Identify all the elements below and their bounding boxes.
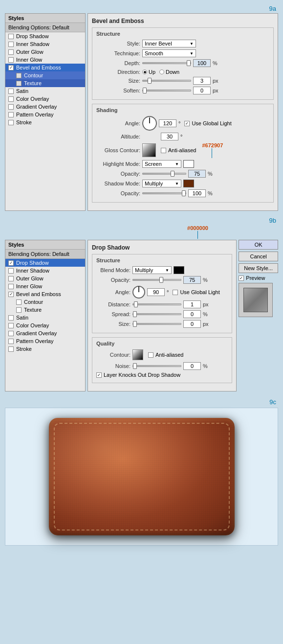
checkbox-satin-9b[interactable] xyxy=(8,315,14,321)
angle-dial-9a[interactable] xyxy=(142,116,157,131)
size-input-9a[interactable]: 3 xyxy=(193,77,211,85)
depth-input-9a[interactable]: 100 xyxy=(193,59,211,67)
checkbox-texture-9a[interactable] xyxy=(16,81,22,86)
new-style-button-9b[interactable]: New Style... xyxy=(239,263,278,273)
opacity-thumb-9b[interactable] xyxy=(159,277,163,283)
style-item-inner-shadow-9b[interactable]: Inner Shadow xyxy=(5,267,85,275)
spread-thumb-9b[interactable] xyxy=(133,311,137,317)
style-item-drop-shadow-9a[interactable]: Drop Shadow xyxy=(5,32,85,40)
style-item-stroke-9b[interactable]: Stroke xyxy=(5,345,85,353)
style-dropdown-9a[interactable]: Inner Bevel ▼ xyxy=(142,40,196,47)
shadow-opacity-input-9a[interactable]: 100 xyxy=(188,189,206,197)
distance-slider-9b[interactable] xyxy=(132,303,181,305)
angle-input-9b[interactable]: 90 xyxy=(147,288,165,296)
style-item-satin-9b[interactable]: Satin xyxy=(5,314,85,322)
style-item-drop-shadow-9b[interactable]: Drop Shadow xyxy=(5,259,85,267)
noise-thumb-9b[interactable] xyxy=(133,363,137,369)
checkbox-texture-9b[interactable] xyxy=(16,307,22,313)
radio-down-9a[interactable] xyxy=(159,69,164,74)
noise-slider-9b[interactable] xyxy=(132,365,181,367)
distance-input-9b[interactable]: 1 xyxy=(183,300,201,308)
ok-button-9b[interactable]: OK xyxy=(239,240,278,250)
style-item-pattern-overlay-9a[interactable]: Pattern Overlay xyxy=(5,111,85,118)
checkbox-stroke-9b[interactable] xyxy=(8,346,14,352)
blend-color-swatch-9b[interactable] xyxy=(174,266,184,274)
checkbox-contour-9b[interactable] xyxy=(16,299,22,305)
checkbox-satin-9a[interactable] xyxy=(8,89,14,94)
style-item-outer-glow-9a[interactable]: Outer Glow xyxy=(5,48,85,56)
checkbox-bevel-emboss-9b[interactable] xyxy=(8,292,14,297)
direction-up-9a[interactable]: Up xyxy=(142,69,155,75)
soften-input-9a[interactable]: 0 xyxy=(193,87,211,94)
shadow-opacity-slider-9a[interactable] xyxy=(142,192,186,194)
global-light-cb-9a[interactable] xyxy=(184,121,190,126)
checkbox-pattern-overlay-9a[interactable] xyxy=(8,112,14,117)
style-item-contour-9b[interactable]: Contour xyxy=(5,298,85,306)
direction-down-9a[interactable]: Down xyxy=(159,69,179,75)
style-item-inner-glow-9b[interactable]: Inner Glow xyxy=(5,282,85,290)
checkbox-inner-glow-9b[interactable] xyxy=(8,284,14,289)
size-thumb-9b[interactable] xyxy=(133,321,137,327)
checkbox-gradient-overlay-9b[interactable] xyxy=(8,331,14,336)
checkbox-contour-9a[interactable] xyxy=(16,73,22,78)
noise-input-9b[interactable]: 0 xyxy=(183,362,201,370)
size-input-9b[interactable]: 0 xyxy=(183,320,201,328)
shadow-color-swatch-9a[interactable] xyxy=(183,180,194,187)
depth-thumb-9a[interactable] xyxy=(187,60,191,66)
highlight-color-swatch-9a[interactable] xyxy=(183,160,194,168)
blending-options-9a[interactable]: Blending Options: Default xyxy=(5,23,85,32)
style-item-pattern-overlay-9b[interactable]: Pattern Overlay xyxy=(5,337,85,345)
checkbox-stroke-9a[interactable] xyxy=(8,120,14,125)
altitude-input-9a[interactable]: 30 xyxy=(161,133,178,140)
distance-thumb-9b[interactable] xyxy=(134,301,138,307)
checkbox-inner-shadow-9b[interactable] xyxy=(8,268,14,274)
style-item-outer-glow-9b[interactable]: Outer Glow xyxy=(5,275,85,282)
anti-alias-cb-9b[interactable] xyxy=(148,352,153,358)
checkbox-color-overlay-9b[interactable] xyxy=(8,323,14,328)
checkbox-inner-shadow-9a[interactable] xyxy=(8,42,14,47)
style-item-gradient-overlay-9b[interactable]: Gradient Overlay xyxy=(5,329,85,337)
style-item-color-overlay-9b[interactable]: Color Overlay xyxy=(5,322,85,329)
style-item-inner-glow-9a[interactable]: Inner Glow xyxy=(5,56,85,64)
shadow-mode-dropdown-9a[interactable]: Multiply ▼ xyxy=(142,180,181,187)
highlight-opacity-input-9a[interactable]: 75 xyxy=(188,170,206,178)
style-item-bevel-emboss-9b[interactable]: Bevel and Emboss xyxy=(5,290,85,298)
spread-input-9b[interactable]: 0 xyxy=(183,310,201,318)
angle-dial-9b[interactable] xyxy=(132,286,145,299)
size-thumb-9a[interactable] xyxy=(148,78,152,84)
checkbox-gradient-overlay-9a[interactable] xyxy=(8,104,14,110)
opacity-input-9b[interactable]: 75 xyxy=(183,276,201,284)
style-item-inner-shadow-9a[interactable]: Inner Shadow xyxy=(5,40,85,48)
size-slider-9a[interactable] xyxy=(142,80,191,82)
style-item-stroke-9a[interactable]: Stroke xyxy=(5,118,85,126)
gloss-contour-thumb-9a[interactable] xyxy=(142,143,156,157)
style-item-color-overlay-9a[interactable]: Color Overlay xyxy=(5,95,85,103)
preview-cb-9b[interactable] xyxy=(239,276,244,281)
checkbox-drop-shadow-9a[interactable] xyxy=(8,34,14,39)
spread-slider-9b[interactable] xyxy=(132,313,181,315)
depth-slider-9a[interactable] xyxy=(142,62,191,64)
blend-mode-dropdown-9b[interactable]: Multiply ▼ xyxy=(132,266,172,274)
style-item-gradient-overlay-9a[interactable]: Gradient Overlay xyxy=(5,103,85,111)
checkbox-inner-glow-9a[interactable] xyxy=(8,57,14,63)
layer-knocks-cb-9b[interactable] xyxy=(96,372,102,378)
blending-options-9b[interactable]: Blending Options: Default xyxy=(5,250,85,259)
checkbox-color-overlay-9a[interactable] xyxy=(8,96,14,102)
highlight-opacity-slider-9a[interactable] xyxy=(142,173,186,175)
shadow-opacity-thumb-9a[interactable] xyxy=(182,190,186,196)
highlight-mode-dropdown-9a[interactable]: Screen ▼ xyxy=(142,160,181,168)
checkbox-bevel-emboss-9a[interactable] xyxy=(8,65,14,70)
angle-input-9a[interactable]: 120 xyxy=(159,119,176,127)
style-item-contour-9a[interactable]: Contour xyxy=(5,71,85,79)
soften-slider-9a[interactable] xyxy=(142,90,191,92)
cancel-button-9b[interactable]: Cancel xyxy=(239,252,278,261)
global-light-cb-9b[interactable] xyxy=(173,290,178,295)
size-slider-9b[interactable] xyxy=(132,323,181,325)
style-item-satin-9a[interactable]: Satin xyxy=(5,87,85,95)
contour-thumb-9b[interactable] xyxy=(132,349,143,360)
style-item-texture-9a[interactable]: Texture xyxy=(5,79,85,87)
style-item-bevel-emboss-9a[interactable]: Bevel and Emboss xyxy=(5,64,85,71)
checkbox-outer-glow-9a[interactable] xyxy=(8,49,14,55)
style-item-texture-9b[interactable]: Texture xyxy=(5,306,85,314)
checkbox-pattern-overlay-9b[interactable] xyxy=(8,339,14,344)
